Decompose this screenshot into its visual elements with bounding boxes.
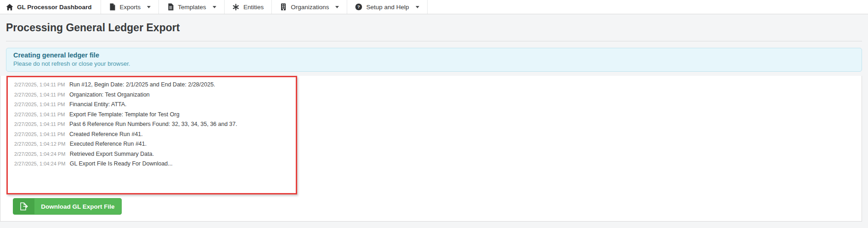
chevron-down-icon <box>147 6 151 8</box>
log-line: 2/27/2025, 1:04:11 PM Run #12, Begin Dat… <box>14 80 291 90</box>
log-line: 2/27/2025, 1:04:11 PM Export File Templa… <box>14 109 291 120</box>
chevron-down-icon <box>335 6 339 8</box>
log-console: 2/27/2025, 1:04:11 PM Run #12, Begin Dat… <box>6 76 297 194</box>
nav-item-label: Entities <box>243 4 264 11</box>
top-navbar: GL Processor Dashboard Exports Templates… <box>0 0 868 14</box>
download-gl-export-file-button[interactable]: Download GL Export File <box>13 198 122 215</box>
nav-item-setup-and-help[interactable]: ? Setup and Help <box>347 0 427 14</box>
log-timestamp: 2/27/2025, 1:04:24 PM <box>14 161 65 166</box>
nav-item-entities[interactable]: Entities <box>225 0 272 14</box>
download-button-label: Download GL Export File <box>34 199 121 214</box>
log-message: Export File Template: Template for Test … <box>69 111 180 118</box>
home-icon <box>6 3 13 11</box>
log-line: 2/27/2025, 1:04:11 PM Created Reference … <box>14 129 291 139</box>
nav-item-label: Templates <box>178 4 206 11</box>
log-message: Run #12, Begin Date: 2/1/2025 and End Da… <box>69 81 215 88</box>
log-line: 2/27/2025, 1:04:24 PM Retrieved Export S… <box>14 149 291 159</box>
log-message: Retrieved Export Summary Data. <box>70 151 154 157</box>
nav-brand-gl-processor-dashboard[interactable]: GL Processor Dashboard <box>0 0 101 14</box>
log-line: 2/27/2025, 1:04:12 PM Executed Reference… <box>14 139 291 149</box>
log-timestamp: 2/27/2025, 1:04:11 PM <box>14 92 65 97</box>
file-export-icon <box>13 199 34 214</box>
nav-item-label: Exports <box>120 4 141 11</box>
log-timestamp: 2/27/2025, 1:04:12 PM <box>14 141 65 147</box>
content-card: 2/27/2025, 1:04:11 PM Run #12, Begin Dat… <box>0 76 862 222</box>
log-line: 2/27/2025, 1:04:11 PM Financial Entity: … <box>14 99 291 109</box>
nav-item-templates[interactable]: Templates <box>159 0 225 14</box>
alert-body: Please do not refresh or close your brow… <box>13 60 855 68</box>
svg-text:?: ? <box>358 4 361 9</box>
building-icon <box>280 3 287 11</box>
log-timestamp: 2/27/2025, 1:04:11 PM <box>14 102 65 107</box>
file-icon <box>109 3 116 11</box>
nav-item-label: Organizations <box>291 4 329 11</box>
alert-heading: Creating general ledger file <box>13 51 855 59</box>
log-timestamp: 2/27/2025, 1:04:24 PM <box>14 151 65 157</box>
question-circle-icon: ? <box>355 3 362 11</box>
log-timestamp: 2/27/2025, 1:04:11 PM <box>14 131 65 137</box>
chevron-down-icon <box>416 6 419 8</box>
log-line: 2/27/2025, 1:04:11 PM Organization: Test… <box>14 90 291 100</box>
log-line: 2/27/2025, 1:04:11 PM Past 6 Reference R… <box>14 119 291 129</box>
nav-item-organizations[interactable]: Organizations <box>272 0 347 14</box>
file-lines-icon <box>167 3 174 11</box>
log-message: Organization: Test Organization <box>69 91 150 98</box>
log-timestamp: 2/27/2025, 1:04:11 PM <box>14 121 65 127</box>
log-timestamp: 2/27/2025, 1:04:11 PM <box>14 112 65 117</box>
asterisk-icon <box>232 3 240 11</box>
chevron-down-icon <box>213 6 216 8</box>
log-timestamp: 2/27/2025, 1:04:11 PM <box>14 82 65 87</box>
nav-item-exports[interactable]: Exports <box>101 0 159 14</box>
log-message: Past 6 Reference Run Numbers Found: 32, … <box>69 121 237 127</box>
nav-item-label: Setup and Help <box>366 4 409 11</box>
page-title: Processing General Ledger Export <box>6 20 862 41</box>
log-message: Financial Entity: ATTA. <box>69 101 127 108</box>
log-line: 2/27/2025, 1:04:24 PM GL Export File Is … <box>14 159 291 169</box>
log-message: Created Reference Run #41. <box>69 131 143 137</box>
log-message: GL Export File Is Ready For Download... <box>70 160 173 167</box>
info-alert: Creating general ledger file Please do n… <box>6 48 862 72</box>
nav-brand-label: GL Processor Dashboard <box>17 4 92 11</box>
log-message: Executed Reference Run #41. <box>70 141 147 147</box>
